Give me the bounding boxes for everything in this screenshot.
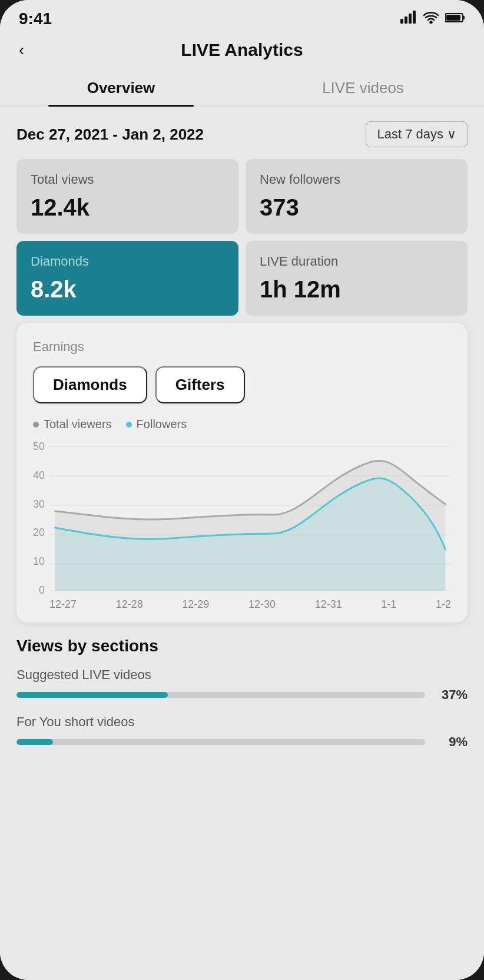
svg-point-4	[430, 22, 432, 24]
chart-svg	[49, 441, 451, 594]
bar-fill-for-you-short	[16, 739, 53, 745]
stat-card-live-duration: LIVE duration 1h 12m	[246, 241, 468, 316]
x-label-1228: 12-28	[116, 598, 143, 611]
stat-label-new-followers: New followers	[260, 172, 453, 187]
tab-live-videos[interactable]: LIVE videos	[242, 69, 484, 107]
bar-percent-for-you-short: 9%	[432, 734, 468, 750]
status-bar: 9:41	[0, 0, 484, 33]
y-axis: 50 40 30 20 10 0	[33, 441, 49, 611]
tab-overview[interactable]: Overview	[0, 69, 242, 107]
y-label-20: 20	[33, 527, 45, 539]
svg-rect-2	[409, 14, 412, 24]
main-content: Dec 27, 2021 - Jan 2, 2022 Last 7 days ∨…	[0, 107, 484, 980]
views-by-sections: Views by sections Suggested LIVE videos …	[16, 637, 468, 750]
bar-percent-suggested-live: 37%	[432, 687, 468, 703]
stat-card-total-views: Total views 12.4k	[16, 159, 238, 234]
bar-track-suggested-live	[16, 692, 425, 698]
svg-rect-6	[446, 15, 460, 21]
legend-label-total-viewers: Total viewers	[44, 418, 112, 431]
y-label-40: 40	[33, 469, 45, 482]
svg-rect-1	[405, 16, 407, 24]
x-label-12: 1-2	[436, 598, 451, 611]
stats-grid: Total views 12.4k New followers 373 Diam…	[16, 159, 468, 316]
legend-label-followers: Followers	[137, 418, 187, 431]
x-label-1227: 12-27	[49, 598, 77, 611]
stat-label-live-duration: LIVE duration	[260, 254, 453, 269]
bar-section-for-you-short: For You short videos 9%	[16, 714, 468, 750]
legend-dot-gray	[33, 422, 39, 428]
bar-row-suggested-live: 37%	[16, 687, 468, 703]
status-time: 9:41	[19, 9, 52, 28]
earnings-tab-gifters[interactable]: Gifters	[155, 366, 245, 403]
page-title: LIVE Analytics	[181, 40, 303, 60]
y-label-30: 30	[33, 498, 45, 511]
stat-value-live-duration: 1h 12m	[260, 276, 453, 303]
bar-label-suggested-live: Suggested LIVE videos	[16, 667, 468, 683]
stat-value-new-followers: 373	[260, 194, 453, 221]
stat-value-diamonds: 8.2k	[31, 276, 224, 303]
svg-rect-0	[400, 19, 403, 24]
stat-label-diamonds: Diamonds	[31, 254, 224, 269]
svg-rect-7	[463, 16, 465, 19]
wifi-icon	[423, 11, 439, 27]
views-by-sections-title: Views by sections	[16, 637, 468, 655]
y-label-0: 0	[33, 584, 45, 597]
stat-label-total-views: Total views	[31, 172, 224, 187]
header: ‹ LIVE Analytics	[0, 33, 484, 69]
earnings-title: Earnings	[33, 339, 451, 355]
date-range-row: Dec 27, 2021 - Jan 2, 2022 Last 7 days ∨	[16, 121, 468, 147]
earnings-tab-diamonds[interactable]: Diamonds	[33, 366, 147, 403]
back-button[interactable]: ‹	[19, 41, 24, 59]
bar-row-for-you-short: 9%	[16, 734, 468, 750]
y-label-50: 50	[33, 441, 45, 453]
stat-card-diamonds: Diamonds 8.2k	[16, 241, 238, 316]
x-label-11: 1-1	[381, 598, 396, 611]
date-filter-button[interactable]: Last 7 days ∨	[366, 121, 468, 147]
y-label-10: 10	[33, 555, 45, 568]
bar-section-suggested-live: Suggested LIVE videos 37%	[16, 667, 468, 703]
stat-card-new-followers: New followers 373	[246, 159, 468, 234]
battery-icon	[445, 11, 465, 27]
legend-dot-teal	[126, 422, 132, 428]
x-label-1229: 12-29	[182, 598, 209, 611]
legend-total-viewers: Total viewers	[33, 418, 112, 431]
tabs-bar: Overview LIVE videos	[0, 69, 484, 107]
chart-x-labels: 12-27 12-28 12-29 12-30 12-31 1-1 1-2	[49, 596, 451, 611]
chart-wrapper: 50 40 30 20 10 0	[33, 441, 451, 611]
phone-frame: 9:41	[0, 0, 484, 980]
x-label-1231: 12-31	[315, 598, 342, 611]
earnings-tabs: Diamonds Gifters	[33, 366, 451, 403]
bar-fill-suggested-live	[16, 692, 168, 698]
x-label-1230: 12-30	[248, 598, 276, 611]
stat-value-total-views: 12.4k	[31, 194, 224, 221]
bar-label-for-you-short: For You short videos	[16, 714, 468, 730]
status-icons	[400, 11, 465, 27]
bar-track-for-you-short	[16, 739, 425, 745]
signal-icon	[400, 11, 417, 27]
chart-legend: Total viewers Followers	[33, 418, 451, 431]
chart-area: 12-27 12-28 12-29 12-30 12-31 1-1 1-2	[49, 441, 451, 611]
earnings-card: Earnings Diamonds Gifters Total viewers …	[16, 323, 468, 623]
date-range-text: Dec 27, 2021 - Jan 2, 2022	[16, 125, 204, 144]
legend-followers: Followers	[126, 418, 187, 431]
svg-rect-3	[413, 11, 416, 24]
chevron-down-icon: ∨	[447, 127, 456, 142]
